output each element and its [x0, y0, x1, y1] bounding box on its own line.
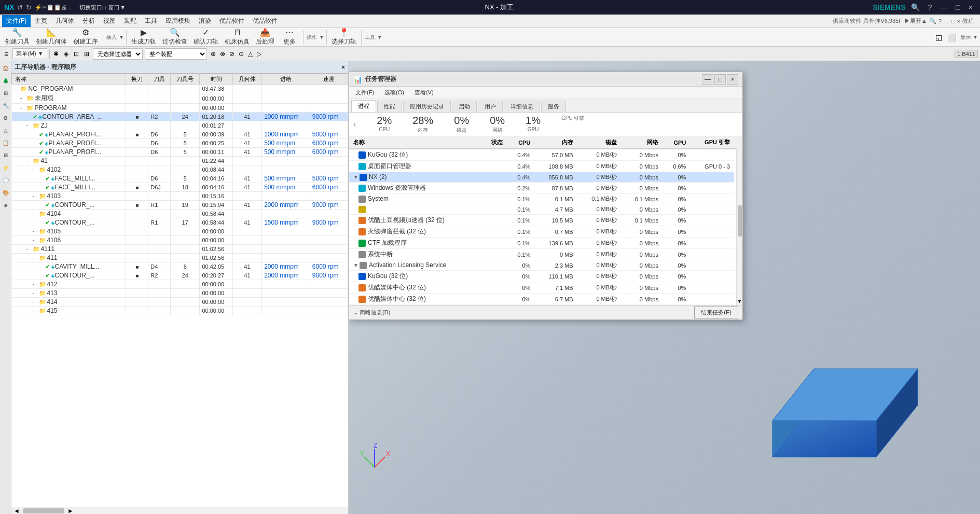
menu-extra3[interactable]: ▶展开▲ — [904, 17, 927, 25]
menu-geometry[interactable]: 几何体 — [51, 15, 78, 27]
menu-file[interactable]: 文件(F) — [2, 15, 31, 27]
filter-select[interactable]: 无选择过滤器 — [93, 48, 143, 60]
th-name[interactable]: 名称 — [349, 136, 481, 149]
table-row[interactable]: -📁410600:00:00 — [12, 236, 348, 245]
snap-icon4[interactable]: ⊙ — [237, 49, 245, 59]
tm-tab-startup[interactable]: 启动 — [452, 101, 477, 112]
tm-table-container[interactable]: 名称 状态 CPU 内存 磁盘 网络 GPU GPU 引擎 ▶KuGou (32… — [349, 136, 742, 305]
th-gpu-engine[interactable]: GPU 引擎 — [690, 136, 734, 149]
left-icon-extra[interactable]: ⚡ — [1, 163, 10, 172]
tb2-icon4[interactable]: ⊞ — [82, 49, 91, 59]
table-row[interactable]: -📁410300:15:16 — [12, 192, 348, 201]
select-toolpath-btn[interactable]: 📍 选择刀轨 — [329, 28, 359, 47]
op-nav-close[interactable]: × — [341, 64, 345, 71]
menu-tutor[interactable]: 教程 — [962, 17, 974, 25]
tm-close-btn[interactable]: × — [727, 74, 738, 85]
undo-icon[interactable]: ↺ — [17, 4, 23, 11]
tb2-icon1[interactable]: ✱ — [52, 49, 60, 59]
list-item[interactable]: ▶Windows 资源管理器0.2%87.8 MB0 MB/秒0 Mbps0% — [349, 183, 742, 194]
menu-minimize[interactable]: — — [944, 18, 949, 24]
menu-assembly[interactable]: 装配 — [120, 15, 141, 27]
left-icon-layers[interactable]: ⊞ — [1, 88, 10, 98]
tm-scroll-down[interactable]: ▼ — [737, 298, 742, 304]
table-row[interactable]: ✔◈PLANAR_PROFI...D6500:00:2541500 mmpm60… — [12, 139, 348, 148]
list-item[interactable]: ▼NX (2)0.4%856.8 MB0 MB/秒0 Mbps0% — [349, 172, 742, 183]
table-row[interactable]: -📁4101:22:44 — [12, 157, 348, 165]
minimize-btn[interactable]: — — [937, 2, 950, 12]
table-row[interactable]: ✔◈CAVITY_MILL...■D4600:42:05412000 mmpm6… — [12, 262, 348, 271]
list-item[interactable]: ▶0.1%4.7 MB0 MB/秒0 Mbps0% — [349, 204, 742, 215]
display-arrow[interactable]: ▼ — [973, 34, 978, 40]
tm-tab-details[interactable]: 详细信息 — [504, 101, 540, 112]
left-icon-palette[interactable]: 🎨 — [1, 188, 10, 197]
left-icon-home[interactable]: 🏠 — [1, 63, 10, 73]
view-icon2[interactable]: ⬜ — [945, 32, 958, 43]
menu-maximize[interactable]: □ — [951, 18, 955, 24]
list-item[interactable]: ▶KuGou (32 位)0%110.1 MB0 MB/秒0 Mbps0% — [349, 271, 742, 282]
table-row[interactable]: -📁410400:58:44 — [12, 210, 348, 218]
table-row[interactable]: -📁411101:02:56 — [12, 245, 348, 254]
search-icon[interactable]: 🔍 — [908, 2, 923, 12]
left-icon-ops[interactable]: ⚙ — [1, 113, 10, 122]
th-cpu[interactable]: CPU — [507, 136, 535, 149]
tm-scroll-thumb[interactable] — [738, 205, 742, 237]
assembly-select[interactable]: 整个装配 — [145, 48, 207, 60]
menu-analysis[interactable]: 分析 — [78, 15, 99, 27]
col-time[interactable]: 时间 — [200, 74, 232, 85]
menu-close[interactable]: × — [957, 18, 960, 24]
op-nav-table[interactable]: 名称 换刀 刀具 刀具号 时间 几何体 进给 速度 -📁NC_PROGRAM03… — [11, 74, 348, 507]
table-row[interactable]: ✔◈PLANAR_PROFI...D6500:00:1141500 mmpm60… — [12, 148, 348, 157]
scroll-right[interactable]: ► — [65, 507, 76, 515]
menu-home[interactable]: 主页 — [31, 15, 51, 27]
col-feed[interactable]: 进给 — [262, 74, 310, 85]
table-row[interactable]: ✔◈CONTOUR_...R11700:58:44411500 mmpm9000… — [12, 218, 348, 227]
table-row[interactable]: ✔◈FACE_MILLI...D6500:04:1641500 mmpm5000… — [12, 174, 348, 183]
scroll-left[interactable]: ◄ — [11, 507, 22, 515]
tm-menu-file[interactable]: 文件(F) — [351, 88, 378, 98]
overcut-check-btn[interactable]: 🔍 过切检查 — [160, 28, 190, 47]
snap-icon6[interactable]: ▷ — [255, 49, 263, 59]
snap-icon5[interactable]: △ — [246, 49, 254, 59]
menu-tools[interactable]: 工具 — [141, 15, 161, 27]
table-row[interactable]: -📁未用项00:00:00 — [12, 93, 348, 104]
list-item[interactable]: ▶系统中断0.1%0 MB0 MB/秒0 Mbps0% — [349, 249, 742, 260]
menu-view[interactable]: 视图 — [99, 15, 120, 27]
left-icon-mach[interactable]: 🖥 — [1, 150, 10, 160]
th-status[interactable]: 状态 — [481, 136, 506, 149]
tm-tab-process[interactable]: 进程 — [351, 100, 376, 112]
tm-maximize-btn[interactable]: □ — [714, 74, 726, 85]
menu-help[interactable]: ? — [938, 18, 942, 24]
tm-tab-app-history[interactable]: 应用历史记录 — [403, 101, 451, 112]
left-icon-prog[interactable]: 📋 — [1, 138, 10, 147]
left-icon-tree[interactable]: 🌲 — [1, 76, 10, 85]
snap-icon3[interactable]: ⊘ — [228, 49, 236, 59]
th-disk[interactable]: 磁盘 — [577, 136, 622, 149]
table-row[interactable]: -📁41500:00:00 — [12, 307, 348, 315]
tb2-icon3[interactable]: ⊡ — [72, 49, 80, 59]
list-item[interactable]: ▶CTF 加载程序0.1%139.6 MB0 MB/秒0 Mbps0% — [349, 238, 742, 249]
table-row[interactable]: -📁PROGRAM00:00:00 — [12, 104, 348, 113]
th-net[interactable]: 网络 — [621, 136, 662, 149]
table-row[interactable]: -📁410500:00:00 — [12, 227, 348, 236]
col-name[interactable]: 名称 — [12, 74, 126, 85]
view-icon1[interactable]: ◱ — [933, 32, 944, 43]
left-icon-misc[interactable]: ◈ — [1, 200, 10, 210]
tm-end-task-btn[interactable]: 结束任务(E) — [694, 307, 738, 318]
table-row[interactable]: ✔◈PLANAR_PROFI...■D6500:00:39411000 mmpm… — [12, 130, 348, 139]
left-icon-tools[interactable]: 🔧 — [1, 101, 10, 110]
list-item[interactable]: ▶优酷土豆视频加速器 (32 位)0.1%10.5 MB0 MB/秒0.1 Mb… — [349, 215, 742, 226]
table-row[interactable]: ✔◈CONTOUR_AREA_...■R22401:20:18411000 mm… — [12, 113, 348, 121]
list-item[interactable]: ▶System0.1%0.1 MB0.1 MB/秒0.1 Mbps0% — [349, 194, 742, 204]
snap-icon2[interactable]: ⊗ — [218, 49, 227, 59]
tm-summary-btn[interactable]: ⌄ 简略信息(D) — [353, 309, 390, 316]
create-geom-btn[interactable]: 📐 创建几何体 — [33, 28, 70, 47]
list-item[interactable]: ▶火绒弹窗拦截 (32 位)0.1%0.7 MB0 MB/秒0 Mbps0% — [349, 226, 742, 238]
post-btn[interactable]: 📤 后处理 — [253, 28, 277, 47]
table-row[interactable]: -📁410200:08:44 — [12, 165, 348, 174]
menu-extra2[interactable]: 具外挂V6.935F — [863, 17, 902, 25]
more-btn[interactable]: ⋯ 更多 — [278, 28, 301, 47]
table-row[interactable]: -📁ZJ00:01:27 — [12, 121, 348, 130]
col-tool[interactable]: 刀具 — [148, 74, 171, 85]
tm-tab-users[interactable]: 用户 — [478, 101, 503, 112]
tool-arrow[interactable]: ▼ — [377, 34, 382, 40]
